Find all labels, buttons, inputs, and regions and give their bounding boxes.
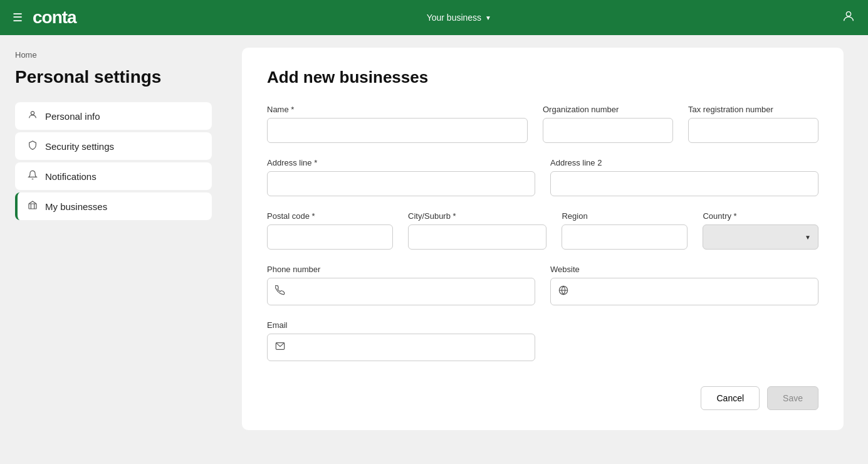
city-label: City/Suburb * (408, 211, 546, 221)
save-button[interactable]: Save (767, 386, 818, 410)
email-label: Email (267, 320, 535, 330)
country-label: Country * (703, 211, 818, 221)
form-row-4: Phone number Website (267, 265, 818, 305)
main-content: Add new businesses Name * Organization n… (227, 35, 868, 464)
phone-input[interactable] (290, 287, 527, 297)
name-input[interactable] (267, 118, 528, 143)
email-input-wrapper (267, 334, 535, 361)
sidebar-item-personal-info[interactable]: Personal info (15, 102, 212, 130)
sidebar-item-security-settings[interactable]: Security settings (15, 132, 212, 160)
hamburger-icon[interactable]: ☰ (13, 11, 23, 24)
region-input[interactable] (562, 224, 688, 250)
form-title: Add new businesses (267, 68, 818, 87)
nav-list: Personal info Security settings (15, 102, 212, 220)
form-row-3: Postal code * City/Suburb * Region Count… (267, 211, 818, 250)
website-group: Website (550, 265, 818, 305)
dropdown-icon: ▼ (485, 14, 491, 21)
tax-group: Tax registration number (688, 105, 818, 143)
bell-icon (28, 170, 38, 182)
org-number-group: Organization number (543, 105, 673, 143)
form-row-2: Address line * Address line 2 (267, 158, 818, 196)
tax-input[interactable] (688, 118, 818, 143)
svg-point-1 (31, 112, 34, 115)
header-left: ☰ conta (13, 8, 76, 28)
address2-input[interactable] (550, 171, 818, 196)
sidebar-item-my-businesses[interactable]: My businesses (15, 192, 212, 220)
address2-group: Address line 2 (550, 158, 818, 196)
phone-group: Phone number (267, 265, 535, 305)
business-selector[interactable]: Your business ▼ (427, 13, 491, 23)
globe-icon (558, 285, 568, 298)
logo: conta (33, 8, 76, 28)
header: ☰ conta Your business ▼ (0, 0, 868, 35)
website-input-wrapper (550, 278, 818, 305)
sidebar-item-security-label: Security settings (45, 141, 114, 152)
sidebar: Home Personal settings Personal info (0, 35, 227, 464)
form-row-5: Email (267, 320, 818, 361)
form-card: Add new businesses Name * Organization n… (242, 48, 844, 430)
email-spacer (550, 320, 818, 361)
cancel-button[interactable]: Cancel (701, 386, 760, 410)
country-select[interactable] (703, 224, 818, 250)
svg-point-0 (846, 12, 850, 16)
country-select-wrapper (703, 224, 818, 250)
phone-label: Phone number (267, 265, 535, 274)
shield-icon (28, 140, 38, 152)
email-input[interactable] (290, 342, 527, 352)
website-input[interactable] (573, 287, 810, 297)
person-icon (28, 110, 38, 122)
postal-group: Postal code * (267, 211, 393, 250)
sidebar-item-notifications-label: Notifications (45, 171, 97, 182)
email-icon (275, 341, 285, 354)
user-icon[interactable] (842, 9, 855, 26)
city-group: City/Suburb * (408, 211, 546, 250)
name-group: Name * (267, 105, 528, 143)
city-input[interactable] (408, 224, 546, 250)
phone-icon (275, 285, 285, 298)
address2-label: Address line 2 (550, 158, 818, 167)
postal-label: Postal code * (267, 211, 393, 221)
sidebar-item-personal-info-label: Personal info (45, 111, 100, 122)
region-group: Region (562, 211, 688, 250)
form-row-1: Name * Organization number Tax registrat… (267, 105, 818, 143)
address1-label: Address line * (267, 158, 535, 167)
name-label: Name * (267, 105, 528, 114)
svg-rect-2 (29, 204, 36, 209)
address1-group: Address line * (267, 158, 535, 196)
form-footer: Cancel Save (267, 386, 818, 410)
business-label: Your business (427, 13, 481, 23)
region-label: Region (562, 211, 688, 221)
address1-input[interactable] (267, 171, 535, 196)
sidebar-item-my-businesses-label: My businesses (45, 201, 107, 212)
tax-label: Tax registration number (688, 105, 818, 114)
website-label: Website (550, 265, 818, 274)
phone-input-wrapper (267, 278, 535, 305)
country-group: Country * (703, 211, 818, 250)
email-group: Email (267, 320, 535, 361)
sidebar-item-notifications[interactable]: Notifications (15, 162, 212, 190)
building-icon (28, 200, 38, 213)
postal-input[interactable] (267, 224, 393, 250)
breadcrumb[interactable]: Home (15, 50, 212, 60)
page-title: Personal settings (15, 67, 212, 87)
org-number-input[interactable] (543, 118, 673, 143)
main-layout: Home Personal settings Personal info (0, 35, 868, 464)
org-number-label: Organization number (543, 105, 673, 114)
